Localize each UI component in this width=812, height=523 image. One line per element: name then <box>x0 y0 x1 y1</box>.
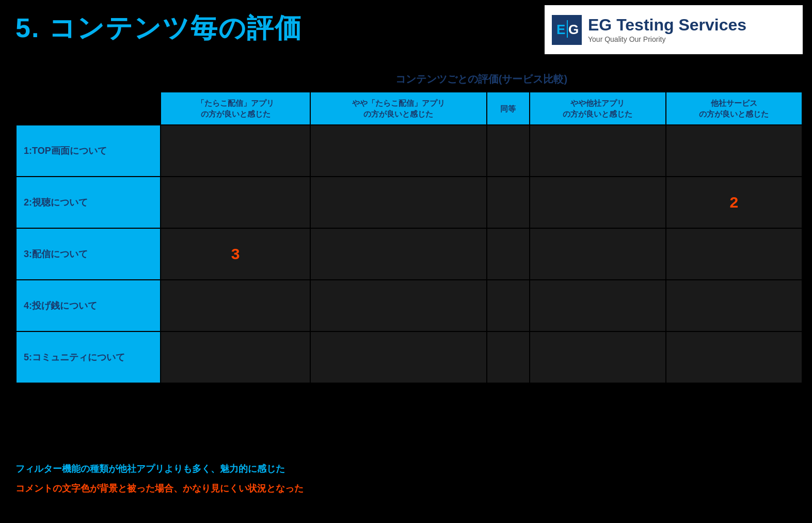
header-col-2: やや「たらこ配信」アプリの方が良いと感じた <box>310 92 487 125</box>
cell-5-4 <box>530 331 666 383</box>
cell-1-1 <box>161 125 310 177</box>
cell-5-3 <box>487 331 530 383</box>
header-col-4: やや他社アプリの方が良いと感じた <box>530 92 666 125</box>
table-header-row: 「たらこ配信」アプリの方が良いと感じた やや「たらこ配信」アプリの方が良いと感じ… <box>16 92 802 125</box>
cell-3-5 <box>666 228 802 280</box>
notes-section: フィルター機能の種類が他社アプリよりも多く、魅力的に感じた コメントの文字色が背… <box>15 463 304 495</box>
cell-1-3 <box>487 125 530 177</box>
header-col-5: 他社サービスの方が良いと感じた <box>666 92 802 125</box>
logo-icon: E G <box>552 15 582 45</box>
cell-2-3 <box>487 177 530 228</box>
svg-text:G: G <box>568 22 579 37</box>
cell-3-2 <box>310 228 487 280</box>
cell-1-4 <box>530 125 666 177</box>
table-title: コンテンツごとの評価(サービス比較) <box>160 72 803 86</box>
logo-sub-text: Your Quality Our Priority <box>588 35 746 43</box>
cell-3-3 <box>487 228 530 280</box>
cell-3-1: 3 <box>161 228 310 280</box>
table-row: 1:TOP画面について <box>16 125 802 177</box>
cell-2-2 <box>310 177 487 228</box>
row-label-3: 3:配信について <box>16 228 161 280</box>
table-row: 5:コミュニティについて <box>16 331 802 383</box>
cell-4-4 <box>530 280 666 331</box>
note-red: コメントの文字色が背景と被った場合、かなり見にくい状況となった <box>15 482 304 495</box>
svg-text:E: E <box>556 22 565 37</box>
cell-4-1 <box>161 280 310 331</box>
page: 5. コンテンツ毎の評価 E G EG Testing Services You… <box>0 0 812 523</box>
table-row: 2:視聴について 2 <box>16 177 802 228</box>
row-label-5: 5:コミュニティについて <box>16 331 161 383</box>
cell-1-2 <box>310 125 487 177</box>
cell-4-3 <box>487 280 530 331</box>
cell-5-1 <box>161 331 310 383</box>
cell-5-2 <box>310 331 487 383</box>
logo-text-group: EG Testing Services Your Quality Our Pri… <box>588 16 746 43</box>
logo-area: E G EG Testing Services Your Quality Our… <box>545 5 803 54</box>
main-table: 「たらこ配信」アプリの方が良いと感じた やや「たらこ配信」アプリの方が良いと感じ… <box>15 91 803 384</box>
logo-icon-text: E G <box>554 16 580 44</box>
cell-4-5 <box>666 280 802 331</box>
cell-2-1 <box>161 177 310 228</box>
table-section: コンテンツごとの評価(サービス比較) 「たらこ配信」アプリの方が良いと感じた や… <box>15 72 803 384</box>
header-col-3: 同等 <box>487 92 530 125</box>
value-3-1: 3 <box>231 245 240 262</box>
cell-3-4 <box>530 228 666 280</box>
header-col-1: 「たらこ配信」アプリの方が良いと感じた <box>161 92 310 125</box>
cell-2-5: 2 <box>666 177 802 228</box>
cell-5-5 <box>666 331 802 383</box>
table-row: 4:投げ銭について <box>16 280 802 331</box>
row-label-2: 2:視聴について <box>16 177 161 228</box>
row-label-4: 4:投げ銭について <box>16 280 161 331</box>
value-2-5: 2 <box>730 194 739 211</box>
logo-main-text: EG Testing Services <box>588 16 746 34</box>
table-row: 3:配信について 3 <box>16 228 802 280</box>
note-blue: フィルター機能の種類が他社アプリよりも多く、魅力的に感じた <box>15 463 304 475</box>
page-title: 5. コンテンツ毎の評価 <box>15 10 302 46</box>
row-label-1: 1:TOP画面について <box>16 125 161 177</box>
cell-2-4 <box>530 177 666 228</box>
cell-4-2 <box>310 280 487 331</box>
cell-1-5 <box>666 125 802 177</box>
header-empty <box>16 92 161 125</box>
